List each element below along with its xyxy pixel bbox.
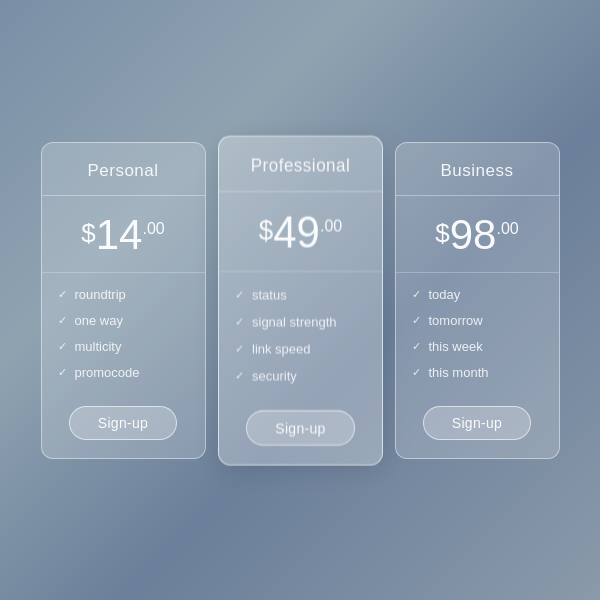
- price-dollar-sign: $: [435, 218, 449, 249]
- card-footer-personal: Sign-up: [42, 392, 205, 458]
- feature-item: ✓this week: [412, 339, 549, 354]
- feature-text: roundtrip: [75, 287, 126, 302]
- card-title-professional: Professional: [229, 155, 372, 176]
- feature-item: ✓multicity: [58, 339, 195, 354]
- pricing-card-professional: Professional$49.00✓status✓signal strengt…: [218, 135, 383, 465]
- check-icon: ✓: [412, 314, 421, 327]
- feature-item: ✓tomorrow: [412, 313, 549, 328]
- check-icon: ✓: [412, 288, 421, 301]
- features-list-personal: ✓roundtrip✓one way✓multicity✓promocode: [42, 273, 205, 392]
- price-dollar-sign: $: [81, 218, 95, 249]
- signup-button-business[interactable]: Sign-up: [423, 406, 531, 440]
- price-number: 98: [450, 214, 497, 256]
- check-icon: ✓: [235, 314, 244, 328]
- features-list-business: ✓today✓tomorrow✓this week✓this month: [396, 273, 559, 392]
- feature-item: ✓link speed: [235, 340, 372, 356]
- price-cents: .00: [319, 216, 341, 235]
- price-cents: .00: [142, 220, 164, 238]
- pricing-card-business: Business$98.00✓today✓tomorrow✓this week✓…: [395, 142, 560, 459]
- feature-item: ✓status: [235, 286, 372, 302]
- feature-text: today: [429, 287, 461, 302]
- feature-item: ✓this month: [412, 365, 549, 380]
- price-section-professional: $49.00: [219, 191, 382, 271]
- signup-button-professional[interactable]: Sign-up: [246, 410, 354, 445]
- check-icon: ✓: [58, 314, 67, 327]
- card-footer-business: Sign-up: [396, 392, 559, 458]
- price-amount-professional: $49.00: [229, 210, 372, 254]
- feature-item: ✓promocode: [58, 365, 195, 380]
- check-icon: ✓: [412, 366, 421, 379]
- feature-item: ✓signal strength: [235, 313, 372, 329]
- check-icon: ✓: [235, 341, 244, 355]
- feature-item: ✓security: [235, 367, 372, 383]
- feature-text: security: [252, 367, 297, 383]
- feature-text: signal strength: [252, 313, 337, 329]
- card-header-business: Business: [396, 143, 559, 196]
- card-title-personal: Personal: [52, 161, 195, 181]
- price-section-personal: $14.00: [42, 196, 205, 273]
- card-footer-professional: Sign-up: [219, 395, 382, 464]
- feature-text: status: [252, 286, 287, 302]
- pricing-card-personal: Personal$14.00✓roundtrip✓one way✓multici…: [41, 142, 206, 459]
- feature-text: multicity: [75, 339, 122, 354]
- feature-text: this month: [429, 365, 489, 380]
- price-section-business: $98.00: [396, 196, 559, 273]
- feature-text: promocode: [75, 365, 140, 380]
- price-number: 49: [273, 210, 320, 254]
- price-cents: .00: [496, 220, 518, 238]
- check-icon: ✓: [58, 366, 67, 379]
- check-icon: ✓: [58, 288, 67, 301]
- signup-button-personal[interactable]: Sign-up: [69, 406, 177, 440]
- card-header-personal: Personal: [42, 143, 205, 196]
- feature-item: ✓today: [412, 287, 549, 302]
- features-list-professional: ✓status✓signal strength✓link speed✓secur…: [219, 271, 382, 395]
- feature-text: tomorrow: [429, 313, 483, 328]
- feature-text: one way: [75, 313, 123, 328]
- check-icon: ✓: [412, 340, 421, 353]
- card-title-business: Business: [406, 161, 549, 181]
- feature-item: ✓one way: [58, 313, 195, 328]
- check-icon: ✓: [58, 340, 67, 353]
- price-dollar-sign: $: [258, 214, 272, 246]
- price-amount-personal: $14.00: [52, 214, 195, 256]
- feature-text: link speed: [252, 340, 311, 356]
- price-amount-business: $98.00: [406, 214, 549, 256]
- check-icon: ✓: [235, 368, 244, 382]
- feature-text: this week: [429, 339, 483, 354]
- check-icon: ✓: [235, 287, 244, 301]
- price-number: 14: [96, 214, 143, 256]
- feature-item: ✓roundtrip: [58, 287, 195, 302]
- card-header-professional: Professional: [219, 136, 382, 191]
- pricing-container: Personal$14.00✓roundtrip✓one way✓multici…: [21, 122, 580, 479]
